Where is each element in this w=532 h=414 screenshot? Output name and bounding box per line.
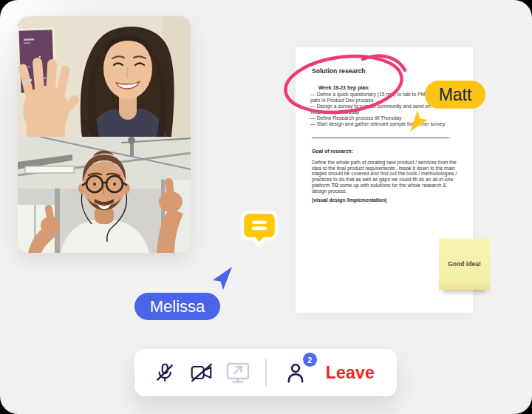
- document-title: Solution research: [312, 67, 366, 75]
- participants-count-badge: 2: [303, 353, 317, 367]
- meeting-screen: Solution research Week 19-23 Sep plan: —…: [0, 0, 532, 414]
- leave-button[interactable]: Leave: [321, 362, 379, 384]
- participants-icon: [285, 362, 306, 384]
- camera-off-icon: [190, 362, 214, 383]
- mic-muted-icon: [154, 362, 176, 384]
- document-goal-paragraph: Define the whole path of creating new pr…: [312, 160, 461, 194]
- video-tile-top: [18, 16, 191, 137]
- camera-off-button[interactable]: [189, 359, 214, 387]
- chat-bubble-button[interactable]: [239, 208, 279, 247]
- document-divider: [312, 138, 449, 138]
- man-thumbs-up-video: [18, 137, 191, 253]
- screen-share-icon: [225, 361, 250, 384]
- goal-bold-text: TO: [331, 183, 338, 188]
- video-grid: [18, 16, 191, 253]
- document-goal-heading: Goal of research:: [312, 149, 353, 154]
- sticky-note[interactable]: Good idea!: [439, 238, 490, 290]
- call-toolbar: 2 Leave: [134, 349, 397, 396]
- participant-name: Matt: [439, 85, 472, 105]
- chat-bubble-icon: [239, 208, 279, 247]
- participant-name: Melissa: [150, 297, 205, 316]
- woman-waving-video: [18, 16, 191, 137]
- mute-microphone-button[interactable]: [152, 359, 177, 387]
- screen-share-button[interactable]: [225, 359, 250, 387]
- sticky-note-text: Good idea!: [448, 260, 481, 268]
- document-visual-note: (visual design /implementation): [312, 197, 387, 203]
- document-week-plan-heading: Week 19-23 Sep plan:: [318, 85, 369, 90]
- toolbar-divider: [265, 359, 267, 387]
- plan-item: — Define Research process till Thursday: [310, 115, 460, 121]
- cursor-pointer-icon: [211, 266, 233, 291]
- participants-button[interactable]: 2: [283, 359, 308, 387]
- video-tile-bottom: [18, 137, 191, 253]
- participant-label-matt: Matt: [425, 81, 485, 109]
- participant-label-melissa: Melissa: [134, 293, 220, 320]
- plan-item: — Start design and gather relevant sampl…: [310, 121, 460, 127]
